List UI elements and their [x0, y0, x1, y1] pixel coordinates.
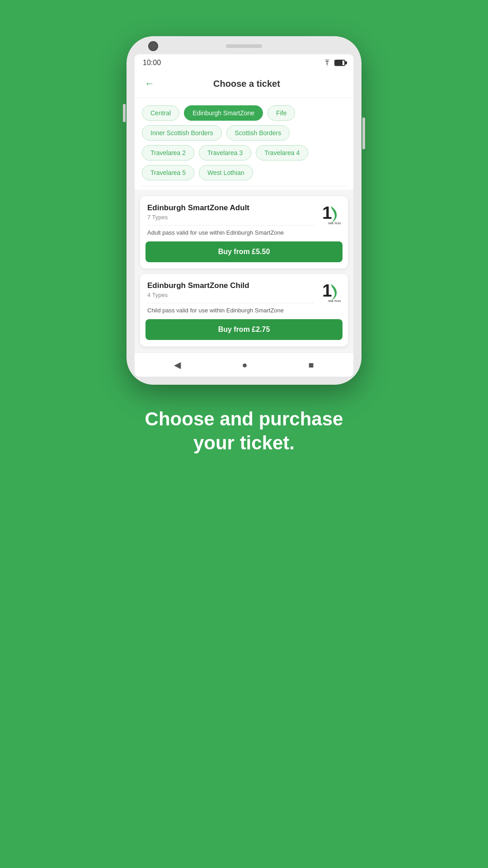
- phone-shell: 10:00 ← Choose a ticket Centr: [127, 36, 361, 385]
- filter-chip-6[interactable]: Travelarea 3: [199, 145, 251, 160]
- status-icons: [323, 59, 345, 66]
- ticket-card-body: Edinburgh SmartZone Child 4 Types Child …: [140, 274, 348, 319]
- tagline: Choose and purchase your ticket.: [118, 407, 371, 455]
- back-button[interactable]: ←: [143, 76, 156, 91]
- filter-chip-9[interactable]: West Lothian: [199, 165, 253, 180]
- ticket-separator: [147, 225, 314, 226]
- ticket-types: 4 Types: [147, 292, 314, 298]
- one-ticket-logo: 1 ONE TICKET: [319, 281, 341, 303]
- filter-chip-4[interactable]: Scottish Borders: [226, 125, 290, 141]
- ticket-types: 7 Types: [147, 214, 314, 221]
- ticket-card-body: Edinburgh SmartZone Adult 7 Types Adult …: [140, 196, 348, 241]
- ticket-card-0: Edinburgh SmartZone Adult 7 Types Adult …: [140, 196, 348, 269]
- filter-chip-2[interactable]: Fife: [267, 105, 295, 121]
- chips-row: CentralEdinburgh SmartZoneFifeInner Scot…: [142, 105, 346, 180]
- one-ticket-logo: 1 ONE TICKET: [319, 203, 341, 225]
- page-title: Choose a ticket: [162, 79, 332, 89]
- ticket-separator: [147, 303, 314, 303]
- ticket-card-1: Edinburgh SmartZone Child 4 Types Child …: [140, 274, 348, 346]
- ticket-info: Edinburgh SmartZone Child 4 Types Child …: [147, 281, 314, 314]
- ticket-info: Edinburgh SmartZone Adult 7 Types Adult …: [147, 203, 314, 236]
- phone-speaker: [226, 44, 262, 48]
- phone-screen: 10:00 ← Choose a ticket Centr: [135, 54, 353, 377]
- buy-button-0[interactable]: Buy from £5.50: [145, 241, 343, 262]
- svg-text:1: 1: [322, 281, 332, 300]
- ticket-description: Child pass valid for use within Edinburg…: [147, 307, 314, 314]
- home-nav-button[interactable]: ●: [242, 360, 247, 370]
- filter-chip-5[interactable]: Travelarea 2: [142, 145, 194, 160]
- filter-chip-1[interactable]: Edinburgh SmartZone: [184, 105, 263, 121]
- recent-nav-button[interactable]: ■: [308, 360, 314, 370]
- status-time: 10:00: [143, 59, 161, 67]
- app-header: ← Choose a ticket: [135, 70, 353, 98]
- svg-text:ONE TICKET: ONE TICKET: [328, 300, 341, 302]
- filter-section: CentralEdinburgh SmartZoneFifeInner Scot…: [135, 98, 353, 190]
- filter-chip-7[interactable]: Travelarea 4: [256, 145, 308, 160]
- ticket-name: Edinburgh SmartZone Child: [147, 281, 314, 290]
- battery-icon: [334, 60, 345, 66]
- svg-text:ONE TICKET: ONE TICKET: [328, 222, 341, 225]
- volume-button: [123, 104, 126, 122]
- filter-chip-8[interactable]: Travelarea 5: [142, 165, 194, 180]
- tickets-section: Edinburgh SmartZone Adult 7 Types Adult …: [135, 190, 353, 353]
- filter-chip-0[interactable]: Central: [142, 105, 179, 121]
- divider: [142, 186, 346, 186]
- wifi-icon: [323, 59, 332, 66]
- phone-top-bar: [135, 44, 353, 48]
- filter-chip-3[interactable]: Inner Scottish Borders: [142, 125, 222, 141]
- ticket-description: Adult pass valid for use within Edinburg…: [147, 229, 314, 236]
- status-bar: 10:00: [135, 54, 353, 70]
- front-camera: [148, 41, 158, 51]
- buy-button-1[interactable]: Buy from £2.75: [145, 319, 343, 340]
- svg-text:1: 1: [322, 203, 332, 222]
- back-nav-button[interactable]: ◀: [174, 359, 181, 370]
- power-button: [362, 118, 365, 149]
- ticket-name: Edinburgh SmartZone Adult: [147, 203, 314, 212]
- nav-bar: ◀ ● ■: [135, 353, 353, 377]
